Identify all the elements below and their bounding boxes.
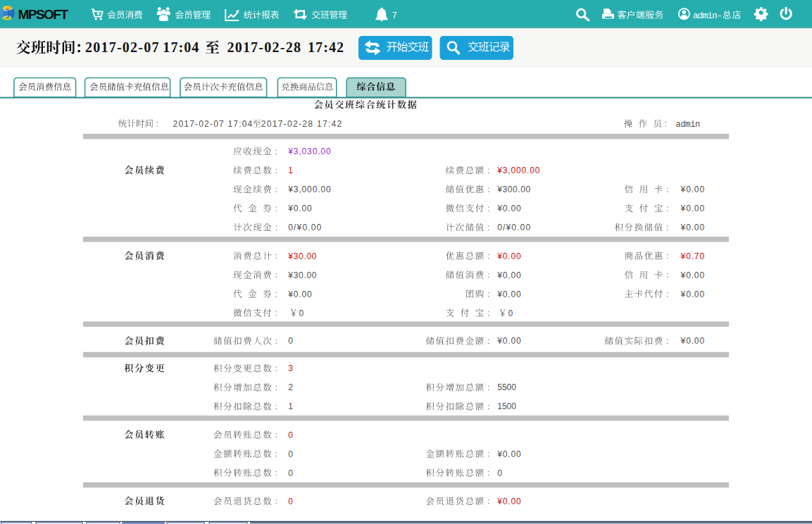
svg-text:admin: admin (676, 120, 701, 130)
svg-text:¥300.00: ¥300.00 (496, 185, 530, 194)
svg-text:¥0.00: ¥0.00 (680, 204, 705, 213)
svg-text:¥0.00: ¥0.00 (680, 185, 705, 194)
svg-text:¥3,000.00: ¥3,000.00 (496, 166, 540, 175)
svg-text:5500: 5500 (497, 382, 516, 392)
svg-text:¥0.00: ¥0.00 (496, 204, 521, 213)
svg-text:0: 0 (288, 336, 293, 346)
svg-text:1: 1 (288, 166, 293, 175)
svg-text:1: 1 (288, 401, 293, 411)
svg-text:0: 0 (288, 449, 293, 459)
svg-text:2: 2 (288, 382, 293, 392)
svg-text:¥0.00: ¥0.00 (496, 497, 521, 506)
svg-text:¥30.00: ¥30.00 (287, 270, 317, 280)
svg-text:¥30.00: ¥30.00 (287, 251, 317, 261)
svg-text:0: 0 (508, 308, 513, 318)
svg-text:2017-02-28: 2017-02-28 (227, 39, 301, 55)
svg-text:0: 0 (288, 430, 293, 440)
svg-text:0/¥0.00: 0/¥0.00 (497, 223, 530, 232)
svg-text:¥0.70: ¥0.70 (680, 251, 705, 261)
svg-text:2017-02-07 17:04: 2017-02-07 17:04 (173, 119, 253, 129)
svg-text:¥3,000.00: ¥3,000.00 (287, 185, 331, 194)
svg-text:MPSOFT: MPSOFT (18, 7, 69, 22)
svg-text:17:42: 17:42 (308, 39, 344, 55)
svg-text:¥0.00: ¥0.00 (496, 270, 521, 280)
svg-text:0: 0 (497, 468, 502, 478)
svg-text:3: 3 (288, 363, 293, 373)
svg-text:¥0.00: ¥0.00 (496, 336, 521, 346)
svg-text:¥0.00: ¥0.00 (680, 289, 705, 299)
svg-text:0: 0 (299, 308, 304, 318)
svg-text:¥0.00: ¥0.00 (496, 251, 521, 261)
svg-text:¥0.00: ¥0.00 (496, 449, 521, 459)
svg-text:¥0.00: ¥0.00 (680, 336, 705, 346)
svg-text:7: 7 (392, 11, 397, 20)
svg-text:17:04: 17:04 (163, 39, 199, 55)
svg-text:¥3,030.00: ¥3,030.00 (287, 146, 331, 156)
svg-text:0: 0 (288, 497, 293, 506)
svg-text:admin-: admin- (693, 11, 723, 21)
svg-text:0/¥0.00: 0/¥0.00 (288, 223, 321, 232)
svg-text:¥0.00: ¥0.00 (680, 270, 705, 280)
svg-text:0: 0 (288, 468, 293, 478)
svg-text:2017-02-28 17:42: 2017-02-28 17:42 (261, 119, 342, 129)
svg-text:¥0.00: ¥0.00 (680, 223, 705, 232)
svg-text:¥0.00: ¥0.00 (496, 289, 521, 299)
svg-text:2017-02-07: 2017-02-07 (85, 39, 159, 55)
svg-text:¥0.00: ¥0.00 (287, 289, 312, 299)
svg-text:¥0.00: ¥0.00 (287, 204, 312, 213)
svg-text:1500: 1500 (497, 401, 516, 411)
